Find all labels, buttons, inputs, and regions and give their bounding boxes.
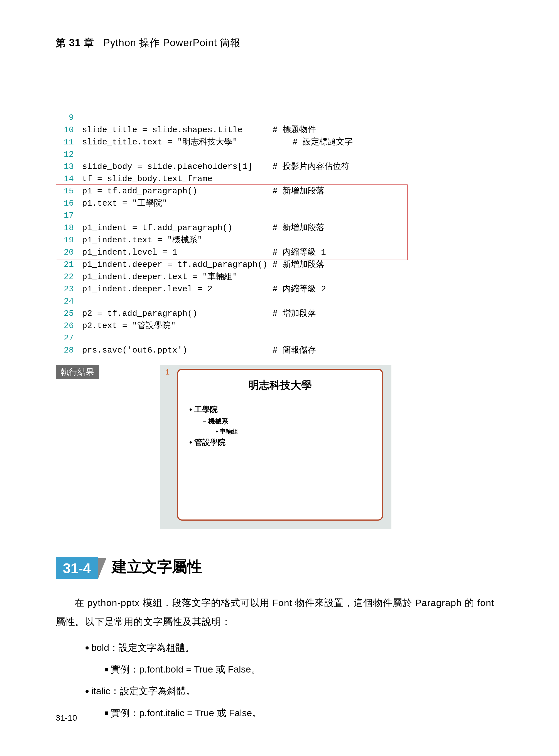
code-line: 25p2 = tf.add_paragraph() # 增加段落 [59,307,503,320]
chapter-number: 31 [69,37,81,48]
code-line: 23p1_indent.deeper.level = 2 # 內縮等級 2 [59,283,503,295]
result-label: 執行結果 [56,365,99,379]
section-number: 31-4 [56,557,98,579]
section-heading: 31-4 建立文字屬性 [56,557,503,579]
code-line: 9 [59,112,503,124]
code-line: 26p2.text = "管設學院" [59,320,503,332]
code-line: 10slide_title = slide.shapes.title # 標題物… [59,124,503,136]
chapter-suffix: 章 [84,37,94,48]
code-line: 17 [59,209,503,222]
code-line: 11slide_title.text = "明志科技大學" # 設定標題文字 [59,136,503,148]
slide-list-item: 工學院 [189,404,371,416]
list-item: 實例：p.font.italic = True 或 False。 [56,702,503,724]
section-title: 建立文字屬性 [112,557,202,579]
slide-list-item: 機械系 [203,416,371,427]
code-line: 22p1_indent.deeper.text = "車輛組" [59,271,503,283]
slide-number: 1 [165,368,170,376]
body-paragraph: 在 python-pptx 模組，段落文字的格式可以用 Font 物件來設置，這… [56,593,503,631]
code-line: 21p1_indent.deeper = tf.add_paragraph() … [59,258,503,271]
code-line: 27 [59,332,503,344]
code-line: 20p1_indent.level = 1 # 內縮等級 1 [59,246,503,258]
slide-title: 明志科技大學 [189,378,371,392]
list-item: 實例：p.font.bold = True 或 False。 [56,658,503,680]
slide-thumbnail: 1 明志科技大學 工學院機械系車輛組管設學院 [160,365,392,529]
code-line: 28prs.save('out6.pptx') # 簡報儲存 [59,344,503,357]
slide-content-box: 明志科技大學 工學院機械系車輛組管設學院 [177,369,383,521]
code-line: 19p1_indent.text = "機械系" [59,234,503,246]
list-item: bold：設定文字為粗體。 [56,637,503,658]
code-line: 14tf = slide_body.text_frame [59,173,503,185]
slide-body: 工學院機械系車輛組管設學院 [189,404,371,449]
code-line: 16p1.text = "工學院" [59,197,503,209]
list-item: italic：設定文字為斜體。 [56,680,503,702]
section-triangle-icon [98,558,106,579]
chapter-title: Python 操作 PowerPoint 簡報 [103,37,241,48]
slide-list-item: 管設學院 [189,436,371,449]
page-number: 31-10 [56,713,77,723]
code-listing: 910slide_title = slide.shapes.title # 標題… [56,75,503,357]
code-line: 24 [59,295,503,307]
slide-list-item: 車輛組 [216,427,371,436]
code-line: 13slide_body = slide.placeholders[1] # 投… [59,161,503,173]
chapter-header: 第 31 章 Python 操作 PowerPoint 簡報 [56,36,503,50]
chapter-prefix: 第 [56,37,66,48]
attribute-list: bold：設定文字為粗體。實例：p.font.bold = True 或 Fal… [56,637,503,724]
code-line: 12 [59,148,503,161]
code-line: 18p1_indent = tf.add_paragraph() # 新增加段落 [59,222,503,234]
code-line: 15p1 = tf.add_paragraph() # 新增加段落 [59,185,503,197]
